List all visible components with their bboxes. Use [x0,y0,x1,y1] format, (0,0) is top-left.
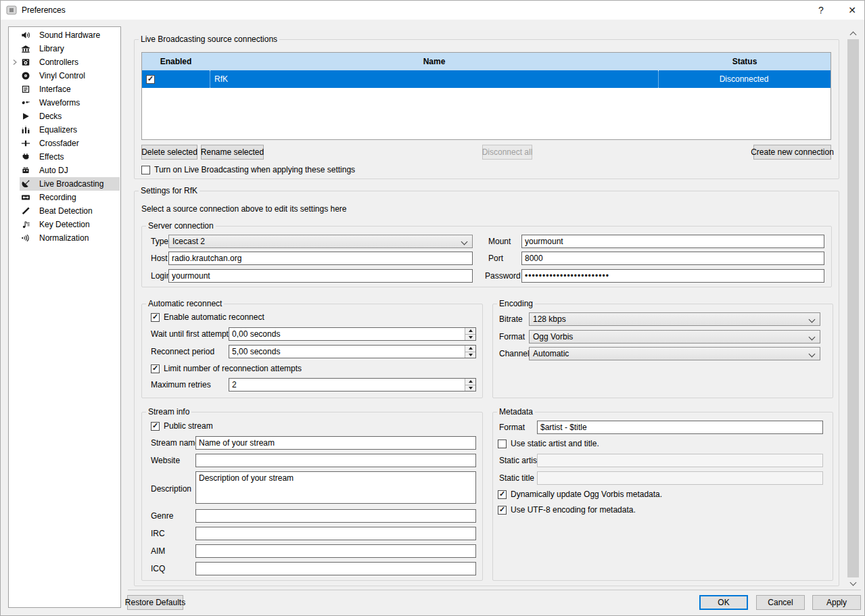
website-input[interactable] [195,454,476,467]
apply-button[interactable]: Apply [812,595,861,610]
channels-dropdown[interactable]: Automatic [529,347,820,360]
irc-label: IRC [151,529,165,538]
sidebar-item-vinyl-control[interactable]: Vinyl Control [9,69,120,82]
maximum-retries-label: Maximum retries [151,380,211,389]
scroll-down-button[interactable] [847,577,859,589]
aim-label: AIM [151,546,165,556]
create-new-connection-button[interactable]: Create new connection [753,145,831,160]
dropdown-value: Automatic [533,349,569,358]
sidebar-item-decks[interactable]: Decks [9,110,120,123]
host-input[interactable] [168,252,473,265]
recording-icon [21,193,30,202]
rename-selected-button[interactable]: Rename selected [201,145,264,160]
password-input[interactable] [521,269,824,283]
use-static-artist-title-checkbox[interactable] [498,440,507,448]
irc-input[interactable] [195,527,476,540]
row-name-cell: RfK [210,70,659,88]
public-stream-checkbox[interactable] [151,422,160,431]
public-stream-row: Public stream [151,421,213,431]
sidebar-item-normalization[interactable]: Normalization [9,231,120,245]
sidebar-item-equalizers[interactable]: Equalizers [9,123,120,137]
metadata-format-input[interactable] [537,421,823,434]
dropdown-value: Ogg Vorbis [533,332,573,341]
disconnect-all-button[interactable]: Disconnect all [482,145,532,160]
group-title: Server connection [146,221,216,231]
group-title: Live Broadcasting source connections [139,34,279,44]
limit-attempts-checkbox[interactable] [151,364,160,373]
sidebar-item-label: Normalization [39,233,89,243]
column-header-name[interactable]: Name [210,53,659,70]
title-bar: Preferences [1,1,864,20]
enable-reconnect-checkbox[interactable] [151,313,160,322]
group-title: Automatic reconnect [146,299,224,308]
auto-dj-icon [21,166,30,175]
icq-input[interactable] [195,562,476,575]
sidebar-item-waveforms[interactable]: Waveforms [9,96,120,110]
login-input[interactable] [168,269,473,283]
column-header-status[interactable]: Status [659,53,831,70]
sidebar-item-beat-detection[interactable]: Beat Detection [9,204,120,218]
port-label: Port [488,254,503,263]
controllers-expander-icon[interactable] [12,60,18,65]
utf8-row: Use UTF-8 encoding for metadata. [498,505,636,515]
scrollbar-thumb[interactable] [847,39,859,577]
row-enabled-checkbox[interactable] [146,75,155,84]
mount-input[interactable] [521,235,824,248]
reconnect-period-input[interactable] [229,345,476,358]
sound-hardware-icon [21,30,30,40]
cancel-button[interactable]: Cancel [756,595,805,610]
sidebar-item-sound-hardware[interactable]: Sound Hardware [9,28,120,42]
help-button[interactable]: ? [808,1,835,20]
sidebar-item-effects[interactable]: Effects [9,150,120,164]
spin-down-button[interactable] [465,385,475,392]
spin-up-button[interactable] [465,379,475,385]
sidebar-item-interface[interactable]: Interface [9,82,120,96]
aim-input[interactable] [195,544,476,558]
sidebar-item-key-detection[interactable]: Key Detection [9,218,120,231]
utf8-checkbox[interactable] [498,506,507,515]
sidebar-item-library[interactable]: Library [9,42,120,55]
table-row[interactable]: RfK Disconnected [142,70,831,88]
delete-selected-button[interactable]: Delete selected [141,145,197,160]
spin-up-button[interactable] [465,346,475,352]
wait-first-attempt-spinbox [229,327,476,341]
limit-attempts-row: Limit number of reconnection attempts [151,364,302,373]
sidebar-item-label: Decks [39,112,62,121]
preferences-sidebar: Sound Hardware Library Controllers Vinyl… [8,26,121,608]
maximum-retries-input[interactable] [229,378,476,392]
column-header-enabled[interactable]: Enabled [142,53,210,70]
sidebar-item-crossfader[interactable]: Crossfader [9,137,120,150]
description-textarea[interactable]: Description of your stream [195,471,476,504]
genre-input[interactable] [195,509,476,523]
port-input[interactable] [521,252,824,265]
vertical-scrollbar[interactable] [847,28,859,589]
sidebar-item-label: Waveforms [39,98,80,108]
dynamic-update-row: Dynamically update Ogg Vorbis metadata. [498,490,662,499]
sidebar-item-live-broadcasting[interactable]: Live Broadcasting [9,177,120,191]
stream-name-input[interactable] [195,436,476,450]
turn-on-broadcasting-checkbox[interactable] [141,166,150,174]
spin-down-button[interactable] [465,335,475,341]
group-title: Encoding [497,299,535,308]
sidebar-item-auto-dj[interactable]: Auto DJ [9,164,120,177]
scroll-up-button[interactable] [847,28,859,39]
effects-icon [21,152,30,162]
sidebar-item-controllers[interactable]: Controllers [9,55,120,69]
spin-up-button[interactable] [465,328,475,335]
bitrate-dropdown[interactable]: 128 kbps [529,312,820,326]
sidebar-item-recording[interactable]: Recording [9,191,120,204]
restore-defaults-button[interactable]: Restore Defaults [127,595,183,610]
sidebar-item-label: Sound Hardware [39,30,100,40]
checkbox-label: Public stream [164,421,213,431]
live-broadcasting-icon [21,179,30,189]
checkbox-label: Enable automatic reconnect [164,312,264,322]
format-dropdown[interactable]: Ogg Vorbis [529,330,820,343]
dynamic-update-checkbox[interactable] [498,490,507,499]
sidebar-item-label: Interface [39,85,71,94]
spin-down-button[interactable] [465,352,475,358]
close-button[interactable]: ✕ [839,1,865,20]
wait-first-attempt-label: Wait until first attempt [151,329,229,339]
wait-first-attempt-input[interactable] [229,327,476,341]
ok-button[interactable]: OK [699,595,748,610]
type-dropdown[interactable]: Icecast 2 [168,235,473,248]
